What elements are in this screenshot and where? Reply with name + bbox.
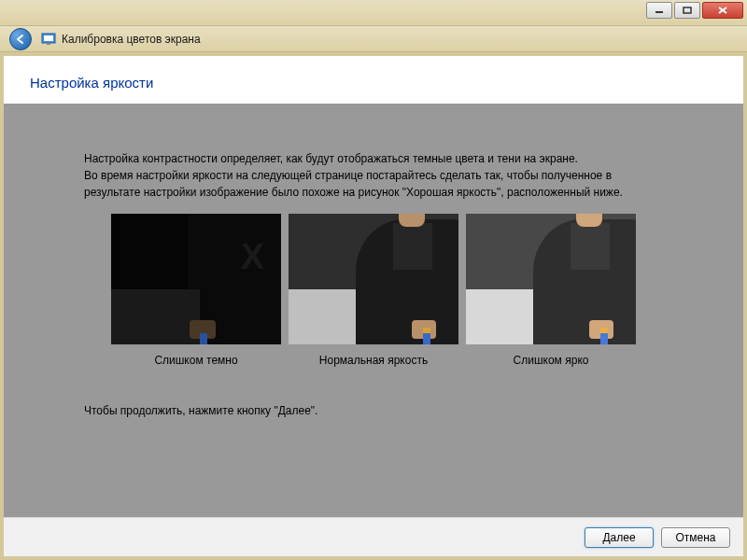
instruction-panel: Настройка контрастности определяет, как …	[4, 104, 743, 517]
caption-dark: Слишком темно	[111, 352, 281, 369]
footer-bar: Далее Отмена	[4, 517, 743, 556]
maximize-button[interactable]	[674, 2, 700, 19]
svg-rect-5	[44, 35, 53, 41]
content-area: Настройка яркости Настройка контрастност…	[4, 56, 743, 556]
description-line-1: Настройка контрастности определяет, как …	[84, 150, 663, 167]
sample-image-normal: X	[289, 214, 458, 344]
svg-rect-1	[684, 7, 691, 13]
back-button[interactable]	[9, 28, 32, 50]
window-title: Калибровка цветов экрана	[62, 33, 201, 46]
titlebar	[0, 0, 747, 26]
header-bar: Калибровка цветов экрана	[0, 26, 747, 52]
sample-normal: X Нормальная яркость	[289, 214, 458, 369]
description-line-2: Во время настройки яркости на следующей …	[84, 167, 663, 201]
sample-image-bright: X	[466, 214, 636, 344]
minimize-button[interactable]	[646, 2, 672, 19]
cancel-button[interactable]: Отмена	[661, 527, 730, 548]
next-button[interactable]: Далее	[585, 527, 654, 548]
sample-too-dark: X Слишком темно	[111, 214, 281, 369]
close-button[interactable]	[702, 2, 743, 19]
caption-normal: Нормальная яркость	[289, 352, 458, 369]
sample-image-dark: X	[111, 214, 281, 344]
caption-bright: Слишком ярко	[466, 352, 636, 369]
svg-rect-6	[47, 43, 50, 45]
monitor-icon	[41, 32, 56, 47]
page-heading: Настройка яркости	[4, 56, 743, 104]
continue-instruction: Чтобы продолжить, нажмите кнопку "Далее"…	[30, 376, 717, 419]
sample-too-bright: X Слишком ярко	[466, 214, 636, 369]
sample-images-row: X Слишком темно X Норма	[30, 214, 717, 369]
